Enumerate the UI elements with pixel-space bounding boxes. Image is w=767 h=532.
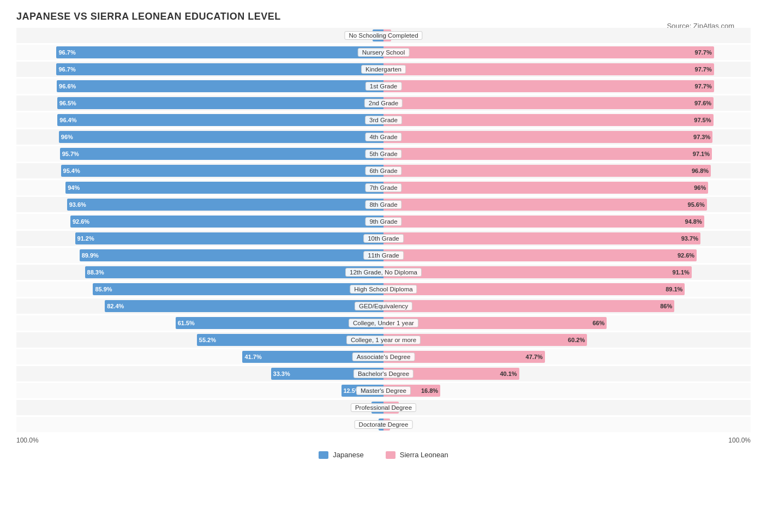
bar-right: 91.1% xyxy=(384,266,692,278)
bar-right: 66% xyxy=(384,317,607,329)
bar-right-value: 47.7% xyxy=(524,354,545,360)
bar-left: 41.7% xyxy=(242,351,384,363)
bar-right: 47.7% xyxy=(384,351,545,363)
bar-left-value: 85.9% xyxy=(93,286,114,292)
bar-right-value: 92.6% xyxy=(675,252,697,259)
bar-left-value: 55.2% xyxy=(197,337,218,343)
bar-right-value: 16.8% xyxy=(419,387,440,394)
axis-right-label: 100.0% xyxy=(384,437,751,444)
bar-right-value: 94.8% xyxy=(683,218,704,225)
bar-right-value: 97.7% xyxy=(693,66,714,73)
bar-right-value: 86% xyxy=(658,303,674,309)
bar-right: 4.5% xyxy=(384,402,399,414)
bar-left-value: 95.7% xyxy=(60,151,81,157)
bar-right: 97.1% xyxy=(384,148,712,160)
chart-row: 3.3%No Schooling Completed2.3% xyxy=(16,28,751,43)
bar-right: 97.6% xyxy=(384,97,714,109)
legend-japanese: Japanese xyxy=(319,451,363,459)
chart-row: 91.2%10th Grade93.7% xyxy=(16,231,751,246)
chart-row: 1.5%Doctorate Degree2% xyxy=(16,417,751,432)
bar-right: 97.7% xyxy=(384,63,714,75)
chart-container: 3.3%No Schooling Completed2.3%96.7%Nurse… xyxy=(16,28,751,432)
bar-right: 97.7% xyxy=(384,46,714,58)
bar-right: 97.5% xyxy=(384,114,714,126)
bar-right: 96% xyxy=(384,182,708,194)
chart-row: 96.7%Kindergarten97.7% xyxy=(16,62,751,77)
bar-left-value: 96.7% xyxy=(56,49,77,56)
bar-right-value: 4.5% xyxy=(381,404,399,411)
bar-left: 82.4% xyxy=(105,300,384,312)
bar-left: 96.5% xyxy=(57,97,384,109)
bar-right: 89.1% xyxy=(384,283,685,295)
bar-right-value: 97.7% xyxy=(693,49,714,56)
bar-right: 93.7% xyxy=(384,232,700,244)
chart-row: 96.7%Nursery School97.7% xyxy=(16,45,751,60)
bar-right-value: 97.5% xyxy=(692,117,713,123)
legend-sierraleonean-label: Sierra Leonean xyxy=(400,451,448,459)
bar-left: 91.2% xyxy=(75,232,384,244)
bar-left: 89.9% xyxy=(80,249,384,261)
bar-left: 95.7% xyxy=(60,148,384,160)
bar-right-value: 89.1% xyxy=(663,286,685,292)
bar-left-value: 89.9% xyxy=(80,252,101,259)
chart-row: 33.3%Bachelor's Degree40.1% xyxy=(16,366,751,381)
bar-left: 96.4% xyxy=(57,114,384,126)
bar-left-value: 12.5% xyxy=(341,387,363,394)
bar-left: 92.6% xyxy=(70,216,384,228)
chart-row: 88.3%12th Grade, No Diploma91.1% xyxy=(16,265,751,280)
chart-title: JAPANESE VS SIERRA LEONEAN EDUCATION LEV… xyxy=(16,11,751,22)
bar-right-value: 96.8% xyxy=(690,168,711,174)
chart-row: 96.4%3rd Grade97.5% xyxy=(16,112,751,128)
bar-right-value: 97.6% xyxy=(692,100,714,106)
bar-left: 85.9% xyxy=(93,283,384,295)
bar-left-value: 96.7% xyxy=(56,66,77,73)
bar-left: 12.5% xyxy=(341,385,384,397)
chart-row: 61.5%College, Under 1 year66% xyxy=(16,315,751,331)
bar-right: 96.8% xyxy=(384,165,711,177)
chart-row: 96.5%2nd Grade97.6% xyxy=(16,95,751,111)
bar-left-value: 41.7% xyxy=(242,354,263,360)
bar-left: 55.2% xyxy=(197,334,384,346)
legend-japanese-label: Japanese xyxy=(333,451,363,459)
bar-left-value: 33.3% xyxy=(271,370,292,377)
chart-row: 85.9%High School Diploma89.1% xyxy=(16,282,751,297)
bar-left-value: 96.4% xyxy=(57,117,79,123)
chart-row: 94%7th Grade96% xyxy=(16,180,751,195)
bar-left-value: 96.5% xyxy=(57,100,79,106)
bar-right-value: 97.3% xyxy=(691,134,712,140)
bar-left: 96.7% xyxy=(56,63,384,75)
bar-right-value: 60.2% xyxy=(566,337,587,343)
bar-right: 60.2% xyxy=(384,334,587,346)
chart-row: 95.4%6th Grade96.8% xyxy=(16,163,751,178)
bar-left: 61.5% xyxy=(176,317,384,329)
chart-row: 55.2%College, 1 year or more60.2% xyxy=(16,332,751,348)
bar-left-value: 91.2% xyxy=(75,235,97,242)
bar-left-value: 95.4% xyxy=(61,168,82,174)
bar-right: 94.8% xyxy=(384,216,704,228)
bar-right-value: 91.1% xyxy=(670,269,692,276)
bar-left: 95.4% xyxy=(61,165,384,177)
bar-left: 88.3% xyxy=(85,266,384,278)
bar-left: 96% xyxy=(59,131,384,143)
bar-right-value: 2.3% xyxy=(373,32,391,39)
bar-right-value: 95.6% xyxy=(686,201,707,208)
bar-left-value: 88.3% xyxy=(85,269,106,276)
legend-sierraleonean: Sierra Leonean xyxy=(386,451,448,459)
chart-row: 89.9%11th Grade92.6% xyxy=(16,248,751,263)
bar-right-value: 96% xyxy=(692,184,708,191)
bar-left: 33.3% xyxy=(271,368,384,380)
chart-row: 96.6%1st Grade97.7% xyxy=(16,79,751,94)
chart-row: 92.6%9th Grade94.8% xyxy=(16,214,751,229)
chart-row: 41.7%Associate's Degree47.7% xyxy=(16,349,751,364)
axis-row: 100.0% 100.0% xyxy=(16,437,751,444)
bar-right: 95.6% xyxy=(384,199,707,211)
bar-right-value: 66% xyxy=(590,320,607,326)
bar-right-value: 93.7% xyxy=(679,235,700,242)
bar-left: 94% xyxy=(65,182,384,194)
legend: Japanese Sierra Leonean xyxy=(16,451,751,459)
bar-left-value: 96% xyxy=(59,134,75,140)
bar-left-value: 92.6% xyxy=(70,218,92,225)
chart-row: 82.4%GED/Equivalency86% xyxy=(16,298,751,314)
chart-row: 12.5%Master's Degree16.8% xyxy=(16,383,751,398)
bar-left: 96.7% xyxy=(56,46,384,58)
